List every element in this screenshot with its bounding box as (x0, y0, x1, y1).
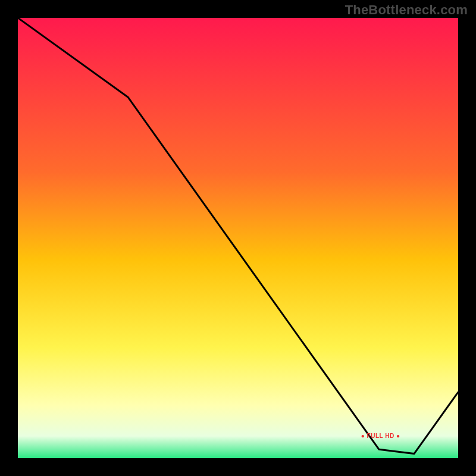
plot-area: ● FULL HD ● (18, 18, 458, 458)
chart-svg (18, 18, 458, 458)
watermark: TheBottleneck.com (345, 2, 468, 18)
annotation-fullhd: ● FULL HD ● (361, 433, 400, 439)
plot-inner: ● FULL HD ● (18, 18, 458, 458)
gradient-background (18, 18, 458, 458)
